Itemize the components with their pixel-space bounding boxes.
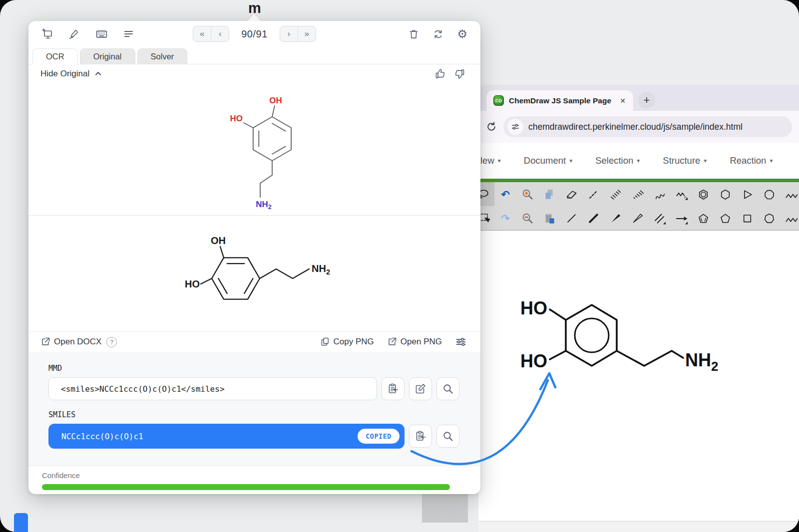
- smiles-search-button[interactable]: [436, 425, 459, 448]
- thumb-down-icon[interactable]: [453, 68, 465, 80]
- lasso-tool[interactable]: [478, 182, 494, 206]
- open-png-button[interactable]: Open PNG: [387, 337, 442, 347]
- tab-close-button[interactable]: ✕: [617, 95, 628, 106]
- smiles-input[interactable]: NCCc1ccc(O)c(O)c1 COPIED: [48, 424, 404, 449]
- wavy-bond-tool[interactable]: [648, 182, 670, 206]
- trash-icon[interactable]: [408, 28, 419, 40]
- dashed-bond-tool[interactable]: [582, 182, 604, 206]
- smiles-value: NCCc1ccc(O)c(O)c1: [61, 432, 358, 441]
- copied-badge: COPIED: [358, 429, 400, 444]
- paste-button[interactable]: [538, 206, 560, 230]
- zoom-in-tool[interactable]: [516, 182, 538, 206]
- snip-tab-solver[interactable]: Solver: [137, 48, 188, 64]
- export-actions-row: Open DOCX ? Copy PNG Open PNG: [28, 331, 480, 352]
- snip-header: «‹ 90/91 ›» ⚙: [28, 21, 480, 47]
- zoom-out-tool[interactable]: [516, 206, 538, 230]
- mmd-label: MMD: [48, 364, 459, 373]
- cyclopropane-ring-tool[interactable]: [736, 182, 758, 206]
- mmd-search-button[interactable]: [436, 377, 459, 400]
- hashed-wedge-bond-tool[interactable]: [626, 182, 648, 206]
- thumb-up-icon[interactable]: [434, 68, 446, 80]
- snip-popover: «‹ 90/91 ›» ⚙ OCROriginalSolver Hide Ori…: [28, 21, 480, 494]
- chain-tool-2[interactable]: [780, 206, 799, 230]
- original-nh2-label: NH2: [256, 200, 272, 211]
- caret-up-icon[interactable]: [93, 69, 103, 79]
- confidence-label: Confidence: [42, 471, 467, 480]
- hollow-wedge-bond-tool[interactable]: [626, 206, 648, 230]
- new-tab-button[interactable]: +: [638, 92, 655, 109]
- menu-caret-icon: ▾: [770, 157, 773, 164]
- single-bond-tool[interactable]: [560, 206, 582, 230]
- chemdraw-green-divider: [478, 179, 799, 182]
- canvas-nh2-label: NH2: [685, 350, 718, 374]
- last-page-button[interactable]: »: [298, 26, 316, 41]
- chain-tool[interactable]: [780, 182, 799, 206]
- url-text: chemdrawdirect.perkinelmer.cloud/js/samp…: [528, 122, 743, 132]
- redo-button[interactable]: ↷: [494, 206, 516, 230]
- menu-structure[interactable]: Structure▾: [663, 155, 707, 166]
- address-bar[interactable]: chemdrawdirect.perkinelmer.cloud/js/samp…: [503, 116, 792, 137]
- menu-selection[interactable]: Selection▾: [595, 155, 640, 166]
- benzene-ring-tool[interactable]: [692, 182, 714, 206]
- mmd-edit-button[interactable]: [409, 377, 432, 400]
- rendered-oh-label: OH: [211, 235, 226, 246]
- original-image-panel: OH HO NH2: [28, 83, 480, 216]
- next-page-button[interactable]: ›: [280, 26, 298, 41]
- copy-button[interactable]: [538, 182, 560, 206]
- chemdraw-canvas[interactable]: HO HO NH2: [478, 231, 799, 522]
- snip-tab-ocr[interactable]: OCR: [32, 48, 78, 64]
- canvas-ho-top-label: HO: [520, 298, 547, 318]
- eraser-tool[interactable]: [560, 182, 582, 206]
- canvas-molecule-dopamine[interactable]: HO HO NH2: [498, 283, 738, 391]
- external-link-icon: [387, 337, 397, 347]
- format-settings-icon[interactable]: [455, 336, 467, 348]
- mmd-input[interactable]: <smiles>NCCc1ccc(O)c(O)c1</smiles>: [48, 377, 377, 400]
- double-bond-tool[interactable]: [648, 206, 670, 230]
- menu-lew[interactable]: lew▾: [480, 155, 501, 166]
- smiles-copy-button[interactable]: [409, 425, 432, 448]
- cyclopentadiene-ring-tool[interactable]: [692, 206, 714, 230]
- settings-icon[interactable]: ⚙: [457, 28, 467, 40]
- wedge-bond-tool[interactable]: [604, 206, 626, 230]
- reload-button[interactable]: [485, 121, 497, 133]
- polymer-bracket-tool[interactable]: n: [670, 182, 692, 206]
- hide-original-label[interactable]: Hide Original: [40, 69, 89, 79]
- rendered-structure-panel: OH HO NH2: [28, 216, 480, 331]
- browser-toolbar: chemdrawdirect.perkinelmer.cloud/js/samp…: [478, 111, 799, 143]
- screenshot-icon[interactable]: [41, 28, 53, 40]
- cyclopentane-ring-tool[interactable]: [714, 206, 736, 230]
- refresh-icon[interactable]: [432, 28, 444, 40]
- hashed-bond-tool[interactable]: [604, 182, 626, 206]
- draw-icon[interactable]: [68, 28, 80, 40]
- chemdraw-favicon: CD: [493, 95, 504, 106]
- copy-png-button[interactable]: Copy PNG: [320, 337, 374, 347]
- menu-reaction[interactable]: Reaction▾: [730, 155, 773, 166]
- menu-caret-icon: ▾: [498, 157, 501, 164]
- menu-document[interactable]: Document▾: [524, 155, 572, 166]
- desktop: CD ChemDraw JS Sample Page ✕ + chemdrawd…: [0, 0, 799, 532]
- arrow-tool[interactable]: [670, 206, 692, 230]
- first-page-button[interactable]: «: [193, 26, 211, 41]
- rendered-ho-label: HO: [185, 278, 200, 289]
- cyclooctane-ring-tool[interactable]: [758, 182, 780, 206]
- lines-icon[interactable]: [123, 28, 135, 40]
- cyclobutane-ring-tool[interactable]: [736, 206, 758, 230]
- browser-tab[interactable]: CD ChemDraw JS Sample Page ✕: [486, 90, 633, 111]
- open-docx-button[interactable]: Open DOCX: [40, 337, 101, 347]
- cycloheptane-ring-tool[interactable]: [758, 206, 780, 230]
- chemdraw-statusbar: [478, 521, 799, 532]
- chemdraw-page: lew▾Document▾Selection▾Structure▾Reactio…: [478, 143, 799, 532]
- cyclohexane-ring-tool[interactable]: [714, 182, 736, 206]
- chemdraw-toolbar: ↶n ↷: [478, 182, 799, 231]
- rendered-nh2-label: NH2: [312, 263, 330, 276]
- prev-page-button[interactable]: ‹: [211, 26, 229, 41]
- bold-bond-tool[interactable]: [582, 206, 604, 230]
- original-molecule-dopamine: OH HO NH2: [220, 90, 330, 213]
- marquee-tool[interactable]: [478, 206, 494, 230]
- help-icon[interactable]: ?: [106, 337, 117, 347]
- undo-button[interactable]: ↶: [494, 182, 516, 206]
- keyboard-icon[interactable]: [95, 28, 108, 40]
- mmd-copy-button[interactable]: [382, 377, 404, 400]
- snip-tab-original[interactable]: Original: [80, 48, 135, 64]
- site-settings-icon[interactable]: [507, 119, 523, 135]
